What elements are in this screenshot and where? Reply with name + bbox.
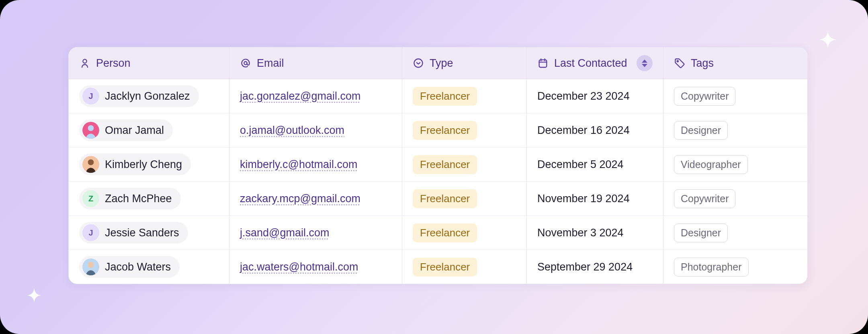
cell-last-contacted: November 19 2024 [527, 182, 663, 215]
cell-type: Freelancer [402, 250, 527, 284]
col-header-label: Email [257, 57, 284, 70]
table-row[interactable]: Jacob Watersjac.waters@hotmail.comFreela… [69, 250, 807, 284]
cell-last-contacted: December 5 2024 [527, 148, 663, 181]
cell-tags: Videographer [663, 148, 807, 181]
person-name: Omar Jamal [105, 124, 164, 137]
person-icon [79, 57, 90, 69]
cell-tags: Copywriter [663, 182, 807, 215]
type-badge: Freelancer [413, 258, 477, 277]
sort-button[interactable] [637, 55, 653, 71]
cell-type: Freelancer [402, 216, 527, 250]
cell-email: zackary.mcp@gmail.com [229, 182, 402, 215]
person-chip[interactable]: JJessie Sanders [79, 222, 188, 244]
person-chip[interactable]: ZZach McPhee [79, 188, 181, 209]
cell-email: o.jamal@outlook.com [229, 113, 402, 147]
cell-tags: Photographer [663, 250, 807, 284]
chevron-circle-icon [413, 57, 424, 69]
col-header-tags[interactable]: Tags [663, 47, 807, 79]
at-icon [240, 57, 251, 69]
tag-chip[interactable]: Copywriter [674, 189, 735, 208]
cell-person: Kimberly Cheng [69, 148, 229, 181]
last-contacted-date: December 23 2024 [537, 90, 630, 102]
person-name: Jacklyn Gonzalez [105, 90, 190, 102]
col-header-person[interactable]: Person [69, 47, 229, 79]
type-badge: Freelancer [413, 189, 477, 208]
cell-person: Jacob Waters [69, 250, 229, 284]
svg-point-2 [414, 59, 423, 68]
cell-type: Freelancer [402, 113, 527, 147]
email-link[interactable]: kimberly.c@hotmail.com [240, 158, 357, 171]
cell-last-contacted: December 16 2024 [527, 113, 663, 147]
col-header-label: Person [96, 57, 131, 70]
last-contacted-date: November 19 2024 [537, 193, 630, 205]
avatar [82, 156, 99, 173]
tag-chip[interactable]: Videographer [674, 155, 748, 174]
svg-point-0 [83, 59, 86, 63]
email-link[interactable]: jac.waters@hotmail.com [240, 261, 358, 273]
type-badge: Freelancer [413, 223, 477, 242]
type-badge: Freelancer [413, 87, 477, 106]
cell-tags: Copywriter [663, 79, 807, 113]
table-row[interactable]: JJessie Sandersj.sand@gmail.comFreelance… [69, 215, 807, 250]
person-name: Jessie Sanders [105, 227, 179, 239]
col-header-type[interactable]: Type [402, 47, 527, 79]
table-row[interactable]: ZZach McPheezackary.mcp@gmail.comFreelan… [69, 181, 807, 215]
cell-person: JJessie Sanders [69, 216, 229, 250]
cell-email: j.sand@gmail.com [229, 216, 402, 250]
person-chip[interactable]: Kimberly Cheng [79, 154, 191, 175]
person-chip[interactable]: JJacklyn Gonzalez [79, 85, 199, 107]
type-badge: Freelancer [413, 155, 477, 174]
email-link[interactable]: jac.gonzalez@gmail.com [240, 90, 361, 102]
contacts-table: Person Email Type Last Contacted [68, 47, 808, 284]
person-chip[interactable]: Jacob Waters [79, 256, 180, 278]
cell-last-contacted: November 3 2024 [527, 216, 663, 250]
tag-icon [674, 57, 685, 69]
col-header-last-contacted[interactable]: Last Contacted [527, 47, 663, 79]
cell-type: Freelancer [402, 79, 527, 113]
person-name: Jacob Waters [105, 261, 171, 273]
sparkle-icon [24, 286, 44, 306]
svg-point-10 [88, 262, 94, 268]
avatar [82, 122, 99, 139]
type-badge: Freelancer [413, 121, 477, 140]
col-header-email[interactable]: Email [229, 47, 402, 79]
cell-type: Freelancer [402, 148, 527, 181]
tag-chip[interactable]: Designer [674, 223, 728, 242]
avatar: J [82, 88, 99, 105]
cell-type: Freelancer [402, 182, 527, 215]
person-chip[interactable]: Omar Jamal [79, 119, 173, 141]
tag-chip[interactable]: Designer [674, 121, 728, 140]
table-row[interactable]: JJacklyn Gonzalezjac.gonzalez@gmail.comF… [69, 79, 807, 113]
cell-last-contacted: December 23 2024 [527, 79, 663, 113]
cell-email: jac.gonzalez@gmail.com [229, 79, 402, 113]
svg-rect-3 [539, 60, 547, 68]
sparkle-icon [816, 28, 840, 52]
cell-tags: Designer [663, 216, 807, 250]
cell-person: Omar Jamal [69, 113, 229, 147]
calendar-icon [537, 57, 549, 69]
cell-last-contacted: September 29 2024 [527, 250, 663, 284]
cell-email: jac.waters@hotmail.com [229, 250, 402, 284]
avatar: J [82, 224, 99, 241]
svg-point-6 [88, 125, 94, 131]
tag-chip[interactable]: Photographer [674, 258, 749, 277]
svg-point-8 [88, 159, 94, 165]
table-row[interactable]: Kimberly Chengkimberly.c@hotmail.comFree… [69, 147, 807, 181]
email-link[interactable]: o.jamal@outlook.com [240, 124, 344, 137]
table-row[interactable]: Omar Jamalo.jamal@outlook.comFreelancerD… [69, 113, 807, 147]
last-contacted-date: September 29 2024 [537, 261, 633, 273]
cell-person: ZZach McPhee [69, 182, 229, 215]
email-link[interactable]: j.sand@gmail.com [240, 227, 330, 239]
cell-email: kimberly.c@hotmail.com [229, 148, 402, 181]
table-header-row: Person Email Type Last Contacted [69, 47, 807, 79]
tag-chip[interactable]: Copywriter [674, 87, 735, 106]
person-name: Zach McPhee [105, 193, 172, 205]
svg-point-4 [677, 61, 678, 62]
col-header-label: Tags [691, 57, 714, 70]
last-contacted-date: December 5 2024 [537, 158, 624, 171]
col-header-label: Type [430, 57, 453, 70]
email-link[interactable]: zackary.mcp@gmail.com [240, 193, 360, 205]
cell-person: JJacklyn Gonzalez [69, 79, 229, 113]
last-contacted-date: November 3 2024 [537, 227, 624, 239]
person-name: Kimberly Cheng [105, 158, 182, 171]
